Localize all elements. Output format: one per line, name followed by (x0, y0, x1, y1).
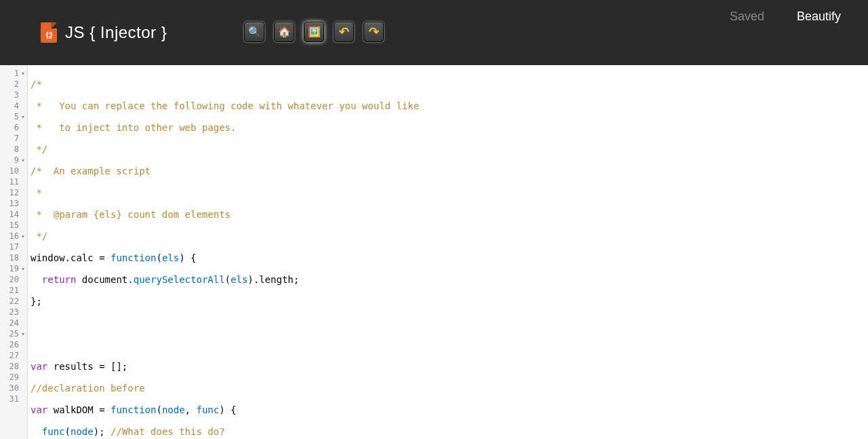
gutter-line: 6 (0, 122, 27, 133)
t: function (111, 404, 156, 415)
fold-toggle-icon[interactable]: ▾ (20, 155, 26, 166)
toolbar: 🔍🏠🖼️↶↷ (244, 22, 384, 42)
t: node (71, 426, 94, 437)
gutter-line: 14 (0, 209, 27, 220)
code-editor[interactable]: 1▾2345▾6789▾10111213141516▾171819▾202122… (0, 65, 868, 439)
line-number: 6 (14, 122, 20, 133)
t: var (31, 404, 47, 415)
t: walkDOM = (47, 404, 111, 415)
line-number: 31 (9, 394, 20, 404)
gutter-line: 11 (0, 176, 27, 187)
gutter-line: 26 (0, 339, 27, 350)
t: ( (65, 426, 71, 437)
gutter-line: 29 (0, 372, 27, 383)
t: node (162, 404, 185, 415)
gutter-line: 30 (0, 383, 27, 394)
t: , (185, 404, 197, 415)
gutter-line: 28 (0, 361, 27, 372)
t: ); (94, 426, 111, 437)
redo-icon[interactable]: ↷ (363, 22, 384, 42)
fold-toggle-icon[interactable]: ▾ (20, 263, 26, 274)
t: function (111, 252, 156, 263)
t: ).length; (248, 274, 299, 285)
fold-toggle-icon[interactable]: ▾ (20, 231, 26, 242)
editor-gutter: 1▾2345▾6789▾10111213141516▾171819▾202122… (0, 65, 28, 439)
t (31, 426, 42, 437)
line-number: 27 (9, 350, 20, 361)
code-line: /* An example script (31, 166, 151, 176)
fold-toggle-icon[interactable]: ▾ (20, 68, 26, 79)
t: //What does this do? (111, 426, 225, 437)
gutter-line: 5▾ (0, 111, 27, 122)
line-number: 22 (9, 296, 20, 307)
gutter-line: 8 (0, 144, 27, 155)
t: ) { (219, 404, 236, 415)
gutter-line: 25▾ (0, 328, 27, 339)
line-number: 30 (9, 383, 20, 394)
code-line: */ (31, 231, 47, 242)
line-number: 13 (9, 198, 20, 209)
code-line: * @param {els} count dom elements (31, 209, 231, 220)
gutter-line: 22 (0, 296, 27, 307)
line-number: 7 (14, 133, 20, 144)
header-right: Saved Beautify (730, 9, 841, 24)
editor-code[interactable]: /* * You can replace the following code … (28, 65, 868, 439)
fold-toggle-icon[interactable]: ▾ (20, 328, 26, 339)
gutter-line: 4 (0, 100, 27, 111)
line-number: 23 (9, 307, 20, 318)
undo-icon[interactable]: ↶ (334, 22, 354, 42)
gutter-line: 7 (0, 133, 27, 144)
line-number: 17 (9, 242, 20, 252)
t (31, 274, 42, 285)
line-number: 8 (14, 144, 20, 155)
gutter-line: 20 (0, 274, 27, 285)
t: document. (76, 274, 133, 285)
line-number: 26 (9, 339, 20, 350)
t: .calc = (65, 252, 111, 263)
gutter-line: 12 (0, 187, 27, 198)
line-number: 14 (9, 209, 20, 220)
search-icon[interactable]: 🔍 (244, 22, 264, 42)
t: ) { (179, 252, 196, 263)
gutter-line: 27 (0, 350, 27, 361)
app-logo-icon: {;} (41, 22, 57, 43)
app-title: JS { Injector } (65, 23, 167, 42)
gutter-line: 10 (0, 166, 27, 176)
line-number: 28 (9, 361, 20, 372)
home-icon[interactable]: 🏠 (274, 22, 294, 42)
gutter-line: 9▾ (0, 155, 27, 166)
t: results = []; (47, 361, 127, 372)
beautify-button[interactable]: Beautify (797, 9, 841, 24)
gutter-line: 2 (0, 79, 27, 90)
t: ( (156, 252, 161, 263)
t: window (31, 252, 65, 263)
line-number: 15 (9, 220, 20, 231)
t: var (31, 361, 47, 372)
t: ( (156, 404, 161, 415)
gutter-line: 13 (0, 198, 27, 209)
line-number: 1 (14, 68, 20, 79)
t: els (231, 274, 248, 285)
line-number: 3 (14, 90, 20, 100)
gutter-line: 23 (0, 307, 27, 318)
line-number: 19 (9, 263, 20, 274)
line-number: 11 (9, 176, 20, 187)
gutter-line: 19▾ (0, 263, 27, 274)
line-number: 20 (9, 274, 20, 285)
fold-toggle-icon[interactable]: ▾ (20, 111, 26, 122)
t: ( (225, 274, 231, 285)
code-line: }; (31, 296, 42, 307)
gutter-line: 15 (0, 220, 27, 231)
line-number: 2 (14, 79, 20, 90)
code-line: * to inject into other web pages. (31, 122, 236, 133)
t: func (42, 426, 65, 437)
line-number: 9 (14, 155, 20, 166)
line-number: 4 (14, 100, 20, 111)
image-icon[interactable]: 🖼️ (304, 22, 324, 42)
line-number: 5 (14, 111, 20, 122)
line-number: 29 (9, 372, 20, 383)
app-header: {;} JS { Injector } 🔍🏠🖼️↶↷ Saved Beautif… (0, 0, 868, 65)
code-line: */ (31, 144, 47, 155)
gutter-line: 21 (0, 285, 27, 296)
t: func (196, 404, 219, 415)
